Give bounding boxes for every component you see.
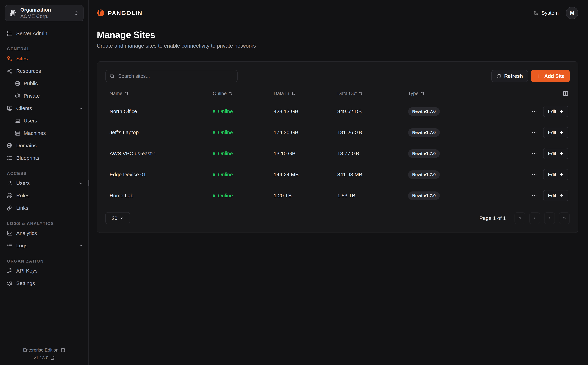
row-actions: Edit: [513, 169, 570, 180]
site-data-out: 18.77 GB: [333, 151, 404, 156]
avatar-initial: M: [570, 10, 574, 16]
sidebar-item-resources[interactable]: Resources: [0, 65, 85, 77]
sidebar-item-client-users[interactable]: Users: [7, 114, 85, 127]
site-type-cell: Newt v1.7.0: [404, 170, 513, 179]
previous-page-button[interactable]: [529, 212, 540, 224]
online-dot: [213, 110, 215, 113]
edit-button[interactable]: Edit: [543, 190, 568, 201]
rows-per-page-select[interactable]: 20: [105, 212, 130, 224]
pagination-controls: Page 1 of 1: [479, 212, 570, 224]
sidebar-item-machines[interactable]: Machines: [7, 127, 85, 139]
next-page-button[interactable]: [544, 212, 555, 224]
sidebar-item-users[interactable]: Users: [0, 177, 85, 190]
sidebar-item-domains[interactable]: Domains: [0, 139, 85, 152]
search-sites-input[interactable]: [118, 73, 233, 79]
sidebar-item-label: Users: [24, 118, 37, 124]
column-header-data-out[interactable]: Data Out: [333, 91, 404, 96]
ellipsis-icon: [532, 108, 537, 114]
version-line[interactable]: v1.13.0: [34, 355, 55, 360]
row-menu-button[interactable]: [530, 128, 538, 136]
table-row: North Office Online 423.13 GB 349.62 DB …: [105, 101, 570, 122]
chevron-left-icon: [532, 216, 537, 220]
add-site-button[interactable]: Add Site: [531, 70, 570, 82]
last-page-button[interactable]: [559, 212, 570, 224]
sites-table: Name Online Data In Data Out: [105, 86, 570, 206]
sidebar-section-general: GENERAL: [7, 47, 85, 51]
online-label: Online: [218, 172, 233, 177]
site-data-out: 1.53 TB: [333, 193, 404, 198]
column-header-label: Online: [213, 91, 227, 96]
ellipsis-icon: [532, 151, 537, 156]
org-switcher[interactable]: Organization ACME Corp.: [5, 5, 84, 21]
sidebar-item-public[interactable]: Public: [7, 77, 85, 90]
pangolin-logo-icon: [97, 9, 105, 17]
sites-card: Refresh Add Site Name Online: [97, 61, 578, 233]
column-header-data-in[interactable]: Data In: [269, 91, 333, 96]
sidebar-item-sites[interactable]: Sites: [0, 52, 85, 65]
sidebar-item-private[interactable]: Private: [7, 90, 85, 102]
sidebar-item-links[interactable]: Links: [0, 202, 85, 214]
chevron-right-icon: [547, 216, 552, 220]
site-data-out: 349.62 DB: [333, 108, 404, 114]
table-row: AWS VPC us-east-1 Online 13.10 GB 18.77 …: [105, 143, 570, 164]
row-menu-button[interactable]: [530, 107, 538, 115]
sidebar-item-label: Machines: [24, 130, 46, 136]
sidebar-item-server-admin[interactable]: Server Admin: [0, 27, 85, 40]
sidebar-resize-handle[interactable]: [88, 180, 89, 186]
chevron-down-icon: [120, 216, 124, 220]
edit-button[interactable]: Edit: [543, 169, 568, 180]
sidebar-item-settings[interactable]: Settings: [0, 277, 85, 289]
globe-icon: [15, 81, 20, 86]
sidebar-item-blueprints[interactable]: Blueprints: [0, 152, 85, 164]
edit-button[interactable]: Edit: [543, 148, 568, 159]
sidebar-item-logs[interactable]: Logs: [0, 239, 85, 252]
sidebar-item-label: Roles: [16, 193, 29, 198]
column-header-type[interactable]: Type: [404, 91, 513, 96]
edit-button[interactable]: Edit: [543, 127, 568, 138]
row-actions: Edit: [513, 106, 570, 117]
chevrons-up-down-icon: [73, 11, 79, 16]
topbar-right: System M: [533, 7, 578, 19]
column-header-name[interactable]: Name: [105, 91, 209, 96]
edit-label: Edit: [548, 151, 556, 156]
sidebar-subgroup-resources: Public Private: [7, 77, 85, 102]
sidebar-item-analytics[interactable]: Analytics: [0, 227, 85, 239]
sort-arrows-icon: [125, 91, 129, 96]
topbar: PANGOLIN System M: [97, 0, 578, 26]
site-data-in: 13.10 GB: [269, 151, 333, 156]
sidebar-item-clients[interactable]: Clients: [0, 102, 85, 114]
theme-toggle-button[interactable]: System: [533, 10, 559, 16]
online-dot: [213, 152, 215, 155]
table-row: Edge Device 01 Online 144.24 MB 341.93 M…: [105, 164, 570, 185]
row-menu-button[interactable]: [530, 171, 538, 179]
rows-per-page-value: 20: [112, 215, 117, 221]
sort-arrows-icon: [421, 91, 425, 96]
column-header-online[interactable]: Online: [209, 91, 269, 96]
chevrons-left-icon: [518, 216, 522, 220]
row-actions: Edit: [513, 148, 570, 159]
column-visibility-button[interactable]: [513, 91, 570, 96]
edit-button[interactable]: Edit: [543, 106, 568, 117]
edition-line[interactable]: Enterprise Edition: [23, 347, 65, 353]
sites-toolbar: Refresh Add Site: [105, 70, 570, 82]
sidebar-item-label: Private: [24, 93, 40, 99]
search-icon: [110, 73, 115, 79]
refresh-button[interactable]: Refresh: [491, 70, 528, 82]
site-data-out: 341.93 MB: [333, 172, 404, 177]
sidebar-item-roles[interactable]: Roles: [0, 190, 85, 202]
first-page-button[interactable]: [515, 212, 525, 224]
page-title: Manage Sites: [97, 29, 578, 40]
sidebar-item-label: Domains: [16, 143, 37, 148]
org-switcher-value: ACME Corp.: [20, 13, 70, 19]
sidebar-section-organization: ORGANIZATION: [7, 259, 85, 264]
row-menu-button[interactable]: [530, 150, 538, 157]
row-menu-button[interactable]: [530, 192, 538, 200]
chevrons-right-icon: [562, 216, 567, 220]
sidebar-item-label: Resources: [16, 68, 41, 74]
column-header-label: Data In: [274, 91, 289, 96]
user-avatar[interactable]: M: [566, 7, 578, 19]
refresh-icon: [497, 74, 501, 78]
brand-logo[interactable]: PANGOLIN: [97, 9, 142, 17]
brand-name: PANGOLIN: [108, 10, 142, 16]
sidebar-item-api-keys[interactable]: API Keys: [0, 265, 85, 277]
